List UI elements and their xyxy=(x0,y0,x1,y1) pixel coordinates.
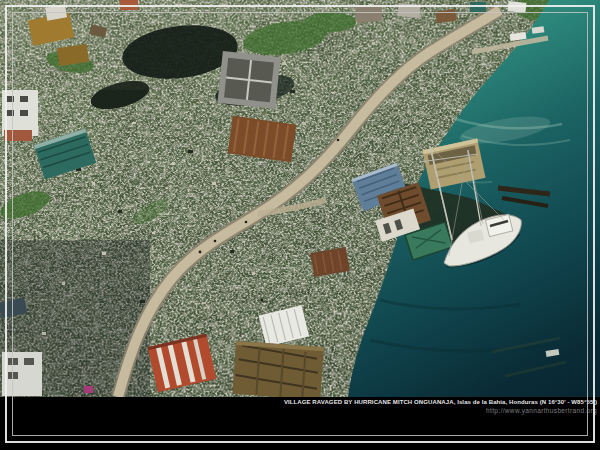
building-gray-ruin xyxy=(217,51,280,109)
building-olive-roof xyxy=(232,341,323,397)
caption-url: http://www.yannarthusbertrand.org xyxy=(284,407,597,414)
caption: VILLAGE RAVAGED BY HURRICANE MITCH ONGUA… xyxy=(284,399,597,414)
aerial-photo xyxy=(0,0,600,397)
caption-title: VILLAGE RAVAGED BY HURRICANE MITCH ONGUA… xyxy=(284,399,597,406)
wallpaper: VILLAGE RAVAGED BY HURRICANE MITCH ONGUA… xyxy=(0,0,600,450)
aerial-photo-svg xyxy=(0,0,600,397)
building-white-left xyxy=(2,90,38,141)
